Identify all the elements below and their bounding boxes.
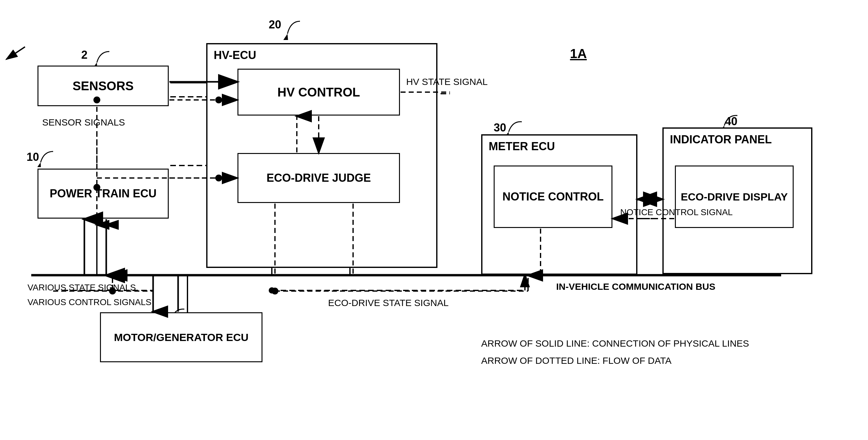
hv-state-signal-label: HV STATE SIGNAL <box>406 75 488 88</box>
ref-1a-arrow <box>0 41 37 66</box>
eco-drive-judge-box: ECO-DRIVE JUDGE <box>238 153 400 203</box>
svg-line-39 <box>6 47 25 59</box>
ref-1a: 1A <box>570 46 587 61</box>
ref-2: 2 <box>81 48 88 62</box>
notice-control-box: NOTICE CONTROL <box>494 166 612 228</box>
notice-control-signal-label: NOTICE CONTROL SIGNAL <box>620 206 733 218</box>
ref-20-arrow <box>281 18 306 40</box>
eco-drive-state-signal-label: ECO-DRIVE STATE SIGNAL <box>328 297 449 309</box>
arrow-solid-legend: ARROW OF SOLID LINE: CONNECTION OF PHYSI… <box>481 337 749 349</box>
various-control-signals-label: VARIOUS CONTROL SIGNALS <box>28 297 152 308</box>
ref-20: 20 <box>269 18 281 31</box>
arrow-dotted-legend: ARROW OF DOTTED LINE: FLOW OF DATA <box>481 354 672 367</box>
ref-10-arrow <box>37 148 59 167</box>
power-train-ecu-box: POWER TRAIN ECU <box>37 169 169 218</box>
ref-30: 30 <box>494 121 506 134</box>
hv-control-box: HV CONTROL <box>238 69 400 115</box>
motor-generator-ecu-box: MOTOR/GENERATOR ECU <box>100 312 262 362</box>
ref-30-arrow <box>506 119 528 136</box>
eco-drive-display-box: ECO-DRIVE DISPLAY <box>675 166 794 228</box>
in-vehicle-bus-label: IN-VEHICLE COMMUNICATION BUS <box>556 280 715 293</box>
diagram-container: 1A 20 2 10 <box>0 0 868 440</box>
ref-2-arrow <box>94 48 116 67</box>
various-state-signals-label: VARIOUS STATE SIGNALS <box>28 281 136 294</box>
sensors-box: SENSORS <box>37 66 169 106</box>
sensor-signals-label: SENSOR SIGNALS <box>42 116 125 128</box>
svg-point-29 <box>269 287 275 294</box>
